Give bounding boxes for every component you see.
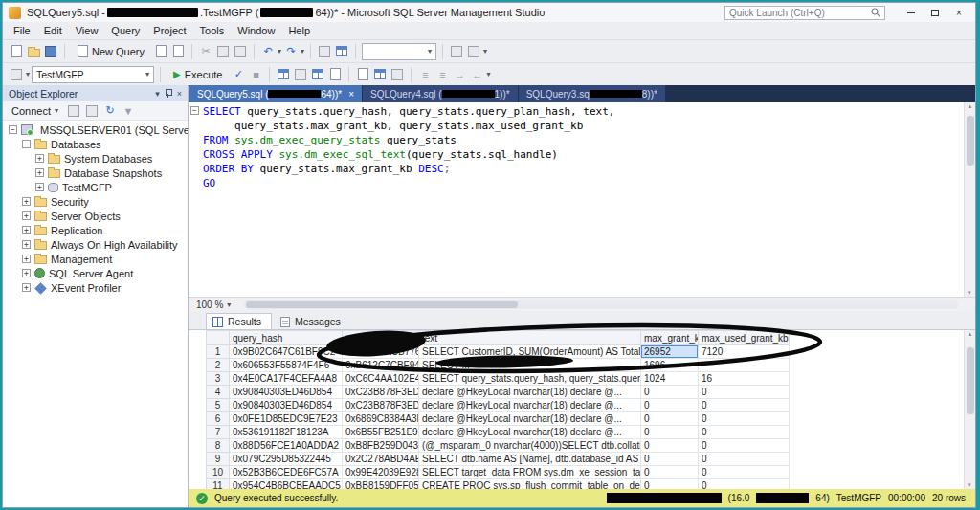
grid-cell[interactable]: 0xC6C4AA102E4620C7 [343, 372, 419, 386]
grid-cell[interactable]: 0 [641, 426, 699, 439]
grid-cell[interactable]: 0x536191182F18123A [230, 426, 343, 439]
redo-dropdown-icon[interactable]: ▾ [301, 47, 304, 55]
chevron-down-icon[interactable]: ▾ [227, 300, 231, 309]
grid-cell[interactable]: 7120 [699, 345, 790, 359]
grid-cell[interactable]: 0x079C295D85322445 [230, 453, 343, 466]
row-number[interactable]: 4 [207, 386, 230, 399]
menu-project[interactable]: Project [146, 23, 192, 38]
results-to-file-icon[interactable] [390, 67, 405, 82]
toolbar-overflow-icon[interactable]: ▾ [486, 70, 490, 78]
menu-file[interactable]: File [7, 23, 37, 38]
grid-cell[interactable]: (@_msparam_0 nvarchar(4000))SELECT dtb.c… [419, 439, 641, 453]
grid-cell[interactable]: 0x6869C8384A3FA2F2 [343, 412, 419, 426]
tree-node-sql-server-agent[interactable]: +SQL Server Agent [3, 266, 188, 280]
grid-cell[interactable]: 0 [641, 479, 699, 490]
grid-cell[interactable]: 0x954C4B6BCBEAADC5 [230, 479, 343, 490]
grid-cell[interactable]: 0x606553F55874F4F6 [230, 359, 343, 372]
expand-icon[interactable]: + [35, 168, 44, 177]
grid-cell[interactable]: 0 [699, 386, 790, 399]
expand-icon[interactable]: + [22, 240, 31, 249]
document-tab-1[interactable]: SQLQuery5.sql (64))*× [189, 85, 362, 102]
grid-cell[interactable]: 0x52B3B6CEDE6FC57A [230, 466, 343, 479]
grid-cell[interactable]: 0 [699, 412, 790, 426]
expand-icon[interactable]: + [35, 183, 44, 191]
row-number[interactable]: 9 [207, 453, 230, 466]
grid-cell[interactable] [699, 359, 790, 372]
row-number[interactable]: 2 [207, 359, 230, 372]
open-query-icon[interactable] [153, 44, 168, 59]
pin-icon[interactable] [165, 89, 172, 99]
grid-cell[interactable]: 0 [699, 399, 790, 412]
estimated-plan-icon[interactable] [276, 67, 291, 82]
tree-node-management[interactable]: +Management [3, 252, 188, 266]
sql-code[interactable]: SELECT query_stats.query_hash, query_sta… [203, 104, 614, 190]
tree-node-always-on-high-availability[interactable]: +Always On High Availability [3, 237, 188, 252]
tree-node-xevent-profiler[interactable]: +XEvent Profiler [3, 280, 188, 295]
column-header-query-plan-hash[interactable]: query_plan_hash [343, 331, 419, 345]
expand-icon[interactable]: + [22, 255, 31, 263]
scrollbar-thumb[interactable] [967, 347, 974, 414]
indent-icon[interactable]: → [452, 67, 467, 82]
paste-icon[interactable] [233, 44, 248, 59]
grid-cell[interactable]: 0x99E42039E928E3D9 [343, 466, 419, 479]
close-tab-icon[interactable]: × [348, 89, 354, 100]
grid-cell[interactable]: 1024 [641, 372, 699, 386]
sql-editor[interactable]: − SELECT query_stats.query_hash, query_s… [189, 102, 975, 297]
expand-icon[interactable]: + [22, 197, 31, 206]
column-header-max-grant-kb[interactable]: max_grant_kb [641, 331, 699, 345]
collapse-icon[interactable]: − [9, 125, 17, 134]
actual-plan-icon[interactable] [310, 67, 325, 82]
close-button[interactable]: × [948, 6, 969, 20]
grid-cell[interactable]: 0 [641, 453, 699, 466]
grid-cell[interactable]: 16 [699, 372, 790, 386]
editor-vertical-scrollbar[interactable]: ▴▾ [964, 102, 975, 297]
copy-icon[interactable] [215, 44, 231, 59]
stop-icon[interactable] [84, 103, 100, 119]
collapse-icon[interactable]: − [22, 140, 31, 148]
grid-cell[interactable]: 0x9B02C647C61BF9C2 [230, 345, 343, 359]
editor-horizontal-scrollbar[interactable] [244, 300, 958, 309]
row-number[interactable]: 6 [207, 412, 230, 426]
grid-cell[interactable]: 0xB612C7CBF947F665 [343, 359, 419, 372]
undo-dropdown-icon[interactable]: ▾ [278, 47, 281, 55]
restore-button[interactable] [924, 6, 946, 20]
grid-cell[interactable]: SELECT dtb.name AS [Name], dtb.database_… [419, 453, 641, 466]
row-number[interactable]: 8 [207, 439, 230, 453]
comment-icon[interactable]: ≡ [417, 67, 433, 82]
activity-monitor-icon[interactable] [334, 44, 349, 59]
menu-window[interactable]: Window [231, 23, 281, 38]
connection-dropdown-icon[interactable]: ▾ [26, 70, 30, 78]
filter-icon[interactable]: ▼ [121, 103, 136, 119]
grid-cell[interactable]: 0x90840303ED46D854 [230, 386, 343, 399]
zoom-level[interactable]: 100 % [192, 299, 223, 310]
grid-cell[interactable]: 0x2C278ABD4AECF45D [343, 453, 419, 466]
grid-cell[interactable]: 0 [641, 399, 699, 412]
grid-cell[interactable]: 0x88D56FCE1A0ADDA2 [230, 439, 343, 453]
grid-cell[interactable]: declare @HkeyLocal nvarchar(18) declare … [419, 426, 641, 439]
grid-cell[interactable]: 0x0FE1D85EDC9E7E23 [230, 412, 343, 426]
grid-cell[interactable]: 0xD6E56ACB77645C [343, 345, 419, 359]
outdent-icon[interactable]: ← [469, 67, 484, 82]
parse-check-icon[interactable]: ✓ [231, 67, 246, 82]
properties-icon[interactable] [466, 44, 481, 59]
menu-query[interactable]: Query [104, 23, 146, 38]
tree-node-database-snapshots[interactable]: +Database Snapshots [3, 166, 188, 180]
tree-node-databases[interactable]: −Databases [3, 137, 188, 151]
close-icon[interactable]: × [177, 89, 182, 99]
results-to-text-icon[interactable] [355, 67, 370, 82]
database-combo[interactable]: TestMGFP▾ [32, 66, 154, 83]
grid-cell[interactable]: 0xB8FB259D0431D2C5 [343, 439, 419, 453]
chevron-down-icon[interactable]: ▾ [155, 89, 160, 99]
menu-edit[interactable]: Edit [37, 23, 69, 38]
grid-cell[interactable]: 0 [641, 439, 699, 453]
grid-cell[interactable]: CREATE PROC sys.sp_flush_commit_table_on… [419, 479, 641, 490]
tree-node-testmgfp[interactable]: +TestMGFP [3, 180, 188, 194]
expand-icon[interactable]: + [35, 154, 44, 163]
grid-cell[interactable]: 0xC23B878F3ED47E56 [343, 386, 419, 399]
minimize-button[interactable] [901, 6, 922, 20]
grid-cell[interactable]: 0 [641, 466, 699, 479]
new-query-button[interactable]: New Query [71, 42, 151, 60]
document-tab-3[interactable]: SQLQuery3.sq8))* [519, 85, 665, 102]
tree-node-mssqlserver01-sql-server[interactable]: −MSSQLSERVER01 (SQL Server [3, 122, 188, 137]
toolbar-overflow-icon[interactable]: ▾ [483, 47, 487, 55]
